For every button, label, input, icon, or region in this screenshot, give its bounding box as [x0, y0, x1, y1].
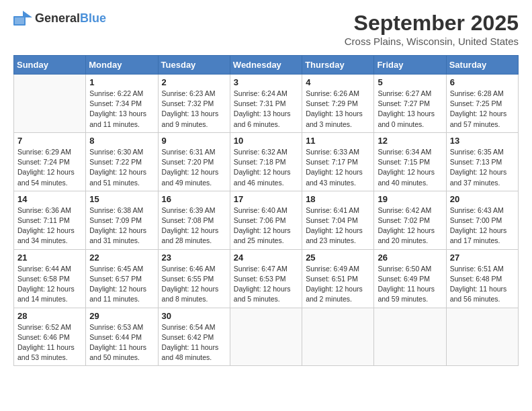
svg-marker-1 [23, 11, 32, 17]
calendar-cell: 1Sunrise: 6:22 AMSunset: 7:34 PMDaylight… [86, 75, 158, 133]
day-number: 30 [162, 311, 226, 321]
cell-daylight-info: Sunrise: 6:38 AMSunset: 7:09 PMDaylight:… [89, 205, 154, 246]
calendar-cell: 6Sunrise: 6:28 AMSunset: 7:25 PMDaylight… [446, 75, 518, 133]
calendar-cell: 12Sunrise: 6:34 AMSunset: 7:15 PMDayligh… [374, 132, 446, 191]
day-number: 6 [450, 77, 515, 87]
cell-daylight-info: Sunrise: 6:35 AMSunset: 7:13 PMDaylight:… [450, 147, 515, 188]
cell-daylight-info: Sunrise: 6:36 AMSunset: 7:11 PMDaylight:… [17, 205, 82, 246]
day-number: 13 [450, 136, 515, 146]
weekday-header-monday: Monday [86, 56, 158, 75]
logo-text: GeneralBlue [35, 11, 106, 26]
day-number: 24 [234, 253, 298, 263]
calendar-cell: 21Sunrise: 6:44 AMSunset: 6:58 PMDayligh… [14, 249, 86, 308]
week-row-1: 7Sunrise: 6:29 AMSunset: 7:24 PMDaylight… [14, 132, 519, 191]
calendar-cell: 23Sunrise: 6:46 AMSunset: 6:55 PMDayligh… [158, 249, 230, 308]
calendar-cell [302, 308, 374, 366]
calendar-cell [374, 308, 446, 366]
day-number: 12 [378, 136, 442, 146]
week-row-2: 14Sunrise: 6:36 AMSunset: 7:11 PMDayligh… [14, 191, 519, 249]
calendar-cell: 10Sunrise: 6:32 AMSunset: 7:18 PMDayligh… [230, 132, 302, 191]
cell-daylight-info: Sunrise: 6:44 AMSunset: 6:58 PMDaylight:… [17, 264, 82, 305]
day-number: 29 [89, 311, 154, 321]
day-number: 10 [234, 136, 298, 146]
weekday-header-wednesday: Wednesday [230, 56, 302, 75]
day-number: 20 [450, 194, 515, 204]
day-number: 27 [450, 253, 515, 263]
day-number: 21 [17, 253, 82, 263]
cell-daylight-info: Sunrise: 6:29 AMSunset: 7:24 PMDaylight:… [17, 147, 82, 188]
calendar-cell: 26Sunrise: 6:50 AMSunset: 6:49 PMDayligh… [374, 249, 446, 308]
cell-daylight-info: Sunrise: 6:26 AMSunset: 7:29 PMDaylight:… [306, 89, 370, 130]
cell-daylight-info: Sunrise: 6:45 AMSunset: 6:57 PMDaylight:… [89, 264, 154, 305]
cell-daylight-info: Sunrise: 6:50 AMSunset: 6:49 PMDaylight:… [378, 264, 442, 305]
calendar-cell: 3Sunrise: 6:24 AMSunset: 7:31 PMDaylight… [230, 75, 302, 133]
day-number: 23 [162, 253, 226, 263]
day-number: 26 [378, 253, 442, 263]
day-number: 1 [89, 77, 154, 87]
logo: GeneralBlue [13, 11, 106, 26]
day-number: 28 [17, 311, 82, 321]
day-number: 25 [306, 253, 370, 263]
cell-daylight-info: Sunrise: 6:54 AMSunset: 6:42 PMDaylight:… [162, 322, 226, 363]
day-number: 14 [17, 194, 82, 204]
day-number: 3 [234, 77, 298, 87]
calendar-cell: 4Sunrise: 6:26 AMSunset: 7:29 PMDaylight… [302, 75, 374, 133]
calendar-cell: 30Sunrise: 6:54 AMSunset: 6:42 PMDayligh… [158, 308, 230, 366]
calendar-cell: 20Sunrise: 6:43 AMSunset: 7:00 PMDayligh… [446, 191, 518, 249]
cell-daylight-info: Sunrise: 6:39 AMSunset: 7:08 PMDaylight:… [162, 205, 226, 246]
day-number: 7 [17, 136, 82, 146]
day-number: 22 [89, 253, 154, 263]
cell-daylight-info: Sunrise: 6:40 AMSunset: 7:06 PMDaylight:… [234, 205, 298, 246]
day-number: 9 [162, 136, 226, 146]
cell-daylight-info: Sunrise: 6:28 AMSunset: 7:25 PMDaylight:… [450, 89, 515, 130]
header: GeneralBlue September 2025 Cross Plains,… [13, 11, 519, 47]
calendar-cell: 29Sunrise: 6:53 AMSunset: 6:44 PMDayligh… [86, 308, 158, 366]
calendar-cell: 5Sunrise: 6:27 AMSunset: 7:27 PMDaylight… [374, 75, 446, 133]
weekday-header-thursday: Thursday [302, 56, 374, 75]
cell-daylight-info: Sunrise: 6:49 AMSunset: 6:51 PMDaylight:… [306, 264, 370, 305]
calendar-cell: 25Sunrise: 6:49 AMSunset: 6:51 PMDayligh… [302, 249, 374, 308]
day-number: 17 [234, 194, 298, 204]
weekday-header-sunday: Sunday [14, 56, 86, 75]
day-number: 19 [378, 194, 442, 204]
cell-daylight-info: Sunrise: 6:42 AMSunset: 7:02 PMDaylight:… [378, 205, 442, 246]
week-row-4: 28Sunrise: 6:52 AMSunset: 6:46 PMDayligh… [14, 308, 519, 366]
calendar-cell: 9Sunrise: 6:31 AMSunset: 7:20 PMDaylight… [158, 132, 230, 191]
weekday-header-tuesday: Tuesday [158, 56, 230, 75]
cell-daylight-info: Sunrise: 6:30 AMSunset: 7:22 PMDaylight:… [89, 147, 154, 188]
cell-daylight-info: Sunrise: 6:51 AMSunset: 6:48 PMDaylight:… [450, 264, 515, 305]
logo-blue: Blue [80, 11, 106, 25]
weekday-header-friday: Friday [374, 56, 446, 75]
svg-rect-2 [15, 17, 24, 24]
calendar-cell: 13Sunrise: 6:35 AMSunset: 7:13 PMDayligh… [446, 132, 518, 191]
day-number: 8 [89, 136, 154, 146]
cell-daylight-info: Sunrise: 6:27 AMSunset: 7:27 PMDaylight:… [378, 89, 442, 130]
cell-daylight-info: Sunrise: 6:47 AMSunset: 6:53 PMDaylight:… [234, 264, 298, 305]
title-area: September 2025 Cross Plains, Wisconsin, … [345, 11, 519, 47]
week-row-0: 1Sunrise: 6:22 AMSunset: 7:34 PMDaylight… [14, 75, 519, 133]
calendar-cell: 16Sunrise: 6:39 AMSunset: 7:08 PMDayligh… [158, 191, 230, 249]
location-title: Cross Plains, Wisconsin, United States [345, 36, 519, 47]
logo-general: General [35, 11, 80, 25]
day-number: 4 [306, 77, 370, 87]
calendar-cell: 28Sunrise: 6:52 AMSunset: 6:46 PMDayligh… [14, 308, 86, 366]
calendar-cell: 19Sunrise: 6:42 AMSunset: 7:02 PMDayligh… [374, 191, 446, 249]
cell-daylight-info: Sunrise: 6:43 AMSunset: 7:00 PMDaylight:… [450, 205, 515, 246]
calendar-cell: 18Sunrise: 6:41 AMSunset: 7:04 PMDayligh… [302, 191, 374, 249]
calendar-cell: 27Sunrise: 6:51 AMSunset: 6:48 PMDayligh… [446, 249, 518, 308]
calendar-cell: 8Sunrise: 6:30 AMSunset: 7:22 PMDaylight… [86, 132, 158, 191]
calendar-cell: 2Sunrise: 6:23 AMSunset: 7:32 PMDaylight… [158, 75, 230, 133]
day-number: 16 [162, 194, 226, 204]
day-number: 2 [162, 77, 226, 87]
day-number: 18 [306, 194, 370, 204]
calendar-cell [230, 308, 302, 366]
cell-daylight-info: Sunrise: 6:53 AMSunset: 6:44 PMDaylight:… [89, 322, 154, 363]
logo-icon [13, 11, 32, 26]
cell-daylight-info: Sunrise: 6:23 AMSunset: 7:32 PMDaylight:… [162, 89, 226, 130]
cell-daylight-info: Sunrise: 6:22 AMSunset: 7:34 PMDaylight:… [89, 89, 154, 130]
cell-daylight-info: Sunrise: 6:46 AMSunset: 6:55 PMDaylight:… [162, 264, 226, 305]
cell-daylight-info: Sunrise: 6:24 AMSunset: 7:31 PMDaylight:… [234, 89, 298, 130]
cell-daylight-info: Sunrise: 6:34 AMSunset: 7:15 PMDaylight:… [378, 147, 442, 188]
cell-daylight-info: Sunrise: 6:33 AMSunset: 7:17 PMDaylight:… [306, 147, 370, 188]
weekday-header-saturday: Saturday [446, 56, 518, 75]
